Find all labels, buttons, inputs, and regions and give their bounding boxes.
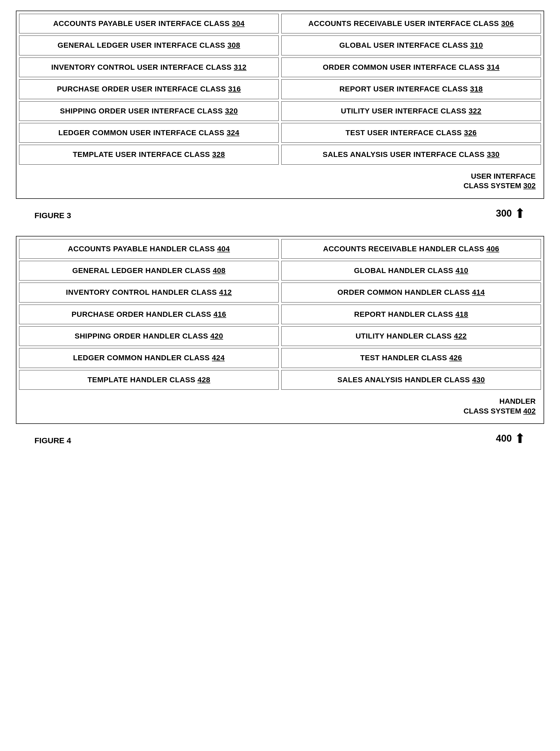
box-324: LEDGER COMMON USER INTERFACE CLASS 324 [19,123,279,142]
box-306: ACCOUNTS RECEIVABLE USER INTERFACE CLASS… [281,14,541,33]
box-430: SALES ANALYSIS HANDLER CLASS 430 [281,370,541,390]
box-414: ORDER COMMON HANDLER CLASS 414 [281,283,541,302]
box-422: UTILITY HANDLER CLASS 422 [281,326,541,346]
num-426: 426 [449,354,462,362]
figure4-caption-row: FIGURE 4 400 ⬆ [16,432,544,445]
num-322: 322 [468,107,481,115]
box-310: GLOBAL USER INTERFACE CLASS 310 [281,36,541,55]
num-314: 314 [487,63,499,71]
num-328: 328 [212,150,225,158]
figure3-right-column: ACCOUNTS RECEIVABLE USER INTERFACE CLASS… [281,14,541,196]
up-arrow-icon: ⬆ [515,207,525,220]
figure3-label: FIGURE 3 [19,211,496,220]
box-304: ACCOUNTS PAYABLE USER INTERFACE CLASS 30… [19,14,279,33]
box-406: ACCOUNTS RECEIVABLE HANDLER CLASS 406 [281,239,541,259]
num-410: 410 [456,266,468,275]
box-420: SHIPPING ORDER HANDLER CLASS 420 [19,326,279,346]
box-320: SHIPPING ORDER USER INTERFACE CLASS 320 [19,101,279,121]
num-318: 318 [470,85,483,93]
num-324: 324 [226,129,239,137]
box-316: PURCHASE ORDER USER INTERFACE CLASS 316 [19,79,279,99]
num-414: 414 [472,288,485,296]
num-316: 316 [228,85,241,93]
num-420: 420 [210,332,223,340]
num-428: 428 [198,376,210,384]
num-330: 330 [487,150,500,158]
num-402: 402 [523,407,536,415]
figure3-caption-row: FIGURE 3 300 ⬆ [16,207,544,220]
box-404: ACCOUNTS PAYABLE HANDLER CLASS 404 [19,239,279,259]
box-418: REPORT HANDLER CLASS 418 [281,305,541,324]
num-416: 416 [214,310,226,319]
box-416: PURCHASE ORDER HANDLER CLASS 416 [19,305,279,324]
num-424: 424 [212,354,225,362]
box-318: REPORT USER INTERFACE CLASS 318 [281,79,541,99]
figure4-section: ACCOUNTS PAYABLE HANDLER CLASS 404 GENER… [16,236,544,445]
num-404: 404 [217,245,230,253]
num-302: 302 [523,181,536,190]
box-314: ORDER COMMON USER INTERFACE CLASS 314 [281,58,541,77]
num-408: 408 [213,266,225,275]
box-408: GENERAL LEDGER HANDLER CLASS 408 [19,261,279,281]
system-label-302: USER INTERFACECLASS SYSTEM 302 [281,167,541,196]
box-428: TEMPLATE HANDLER CLASS 428 [19,370,279,390]
num-406: 406 [486,245,499,253]
figure4-left-column: ACCOUNTS PAYABLE HANDLER CLASS 404 GENER… [19,239,279,421]
box-424: LEDGER COMMON HANDLER CLASS 424 [19,348,279,368]
box-308: GENERAL LEDGER USER INTERFACE CLASS 308 [19,36,279,55]
box-312: INVENTORY CONTROL USER INTERFACE CLASS 3… [19,58,279,77]
num-422: 422 [454,332,467,340]
figure3-left-column: ACCOUNTS PAYABLE USER INTERFACE CLASS 30… [19,14,279,196]
box-412: INVENTORY CONTROL HANDLER CLASS 412 [19,283,279,302]
num-326: 326 [464,129,477,137]
num-320: 320 [225,107,238,115]
box-410: GLOBAL HANDLER CLASS 410 [281,261,541,281]
num-418: 418 [455,310,468,319]
num-430: 430 [472,376,485,384]
num-306: 306 [501,19,514,27]
box-330: SALES ANALYSIS USER INTERFACE CLASS 330 [281,145,541,165]
figure3-arrow-num: 300 [496,208,512,219]
box-326: TEST USER INTERFACE CLASS 326 [281,123,541,142]
figure4-right-column: ACCOUNTS RECEIVABLE HANDLER CLASS 406 GL… [281,239,541,421]
figure3-outer-box: ACCOUNTS PAYABLE USER INTERFACE CLASS 30… [16,11,544,199]
figure4-label: FIGURE 4 [19,436,496,445]
box-322: UTILITY USER INTERFACE CLASS 322 [281,101,541,121]
num-312: 312 [234,63,246,71]
num-310: 310 [470,41,483,49]
num-308: 308 [227,41,240,49]
figure4-arrow-label: 400 ⬆ [496,432,541,445]
system-label-402: HANDLERCLASS SYSTEM 402 [281,392,541,421]
num-412: 412 [219,288,232,296]
figure4-arrow-num: 400 [496,433,512,444]
num-304: 304 [232,19,244,27]
figure3-section: ACCOUNTS PAYABLE USER INTERFACE CLASS 30… [16,11,544,220]
box-328: TEMPLATE USER INTERFACE CLASS 328 [19,145,279,165]
up-arrow-icon-2: ⬆ [515,432,525,445]
box-426: TEST HANDLER CLASS 426 [281,348,541,368]
figure3-arrow-label: 300 ⬆ [496,207,541,220]
figure4-outer-box: ACCOUNTS PAYABLE HANDLER CLASS 404 GENER… [16,236,544,424]
